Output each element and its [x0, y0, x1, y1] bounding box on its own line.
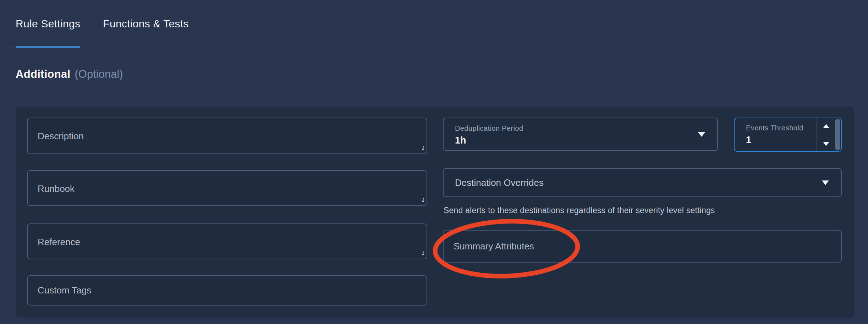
tab-bar: Rule Settings Functions & Tests [0, 0, 868, 48]
custom-tags-input[interactable] [27, 275, 427, 306]
section-heading: Additional(Optional) [16, 67, 123, 82]
custom-tags-field [27, 275, 427, 306]
rule-editor-page: Rule Settings Functions & Tests Addition… [0, 0, 868, 324]
destination-overrides-select[interactable]: Destination Overrides [443, 168, 842, 197]
deduplication-period-label: Deduplication Period [455, 124, 692, 133]
decrement-arrow-icon[interactable] [823, 142, 829, 146]
left-column [27, 118, 427, 318]
scrollbar-thumb[interactable] [835, 119, 840, 150]
chevron-down-icon [822, 180, 829, 185]
events-threshold-value: 1 [746, 135, 817, 146]
reference-textarea[interactable] [27, 223, 427, 259]
runbook-textarea[interactable] [27, 170, 427, 206]
events-threshold-label: Events Threshold [746, 124, 817, 132]
stepper-buttons [817, 118, 835, 151]
tab-functions-tests[interactable]: Functions & Tests [103, 0, 188, 48]
summary-attributes-input[interactable] [443, 230, 842, 263]
increment-arrow-icon[interactable] [823, 124, 829, 128]
deduplication-period-select[interactable]: Deduplication Period 1h [443, 118, 718, 151]
events-threshold-value-area[interactable]: Events Threshold 1 [735, 118, 817, 151]
reference-field [27, 223, 427, 259]
destination-overrides-label: Destination Overrides [455, 177, 544, 188]
tab-rule-settings[interactable]: Rule Settings [16, 0, 80, 48]
deduplication-period-value: 1h [455, 135, 692, 146]
description-field [27, 118, 427, 154]
chevron-down-icon [698, 132, 705, 137]
destination-overrides-helper-text: Send alerts to these destinations regard… [443, 205, 842, 216]
section-title: Additional [16, 68, 71, 80]
events-threshold-stepper[interactable]: Events Threshold 1 [734, 118, 842, 152]
description-textarea[interactable] [27, 118, 427, 154]
section-optional-label: (Optional) [75, 68, 123, 80]
dedup-events-row: Deduplication Period 1h Events Threshold… [443, 118, 842, 152]
summary-attributes-field [443, 216, 842, 263]
runbook-field [27, 170, 427, 206]
right-column: Deduplication Period 1h Events Threshold… [443, 118, 842, 318]
additional-settings-card: Deduplication Period 1h Events Threshold… [16, 107, 855, 318]
